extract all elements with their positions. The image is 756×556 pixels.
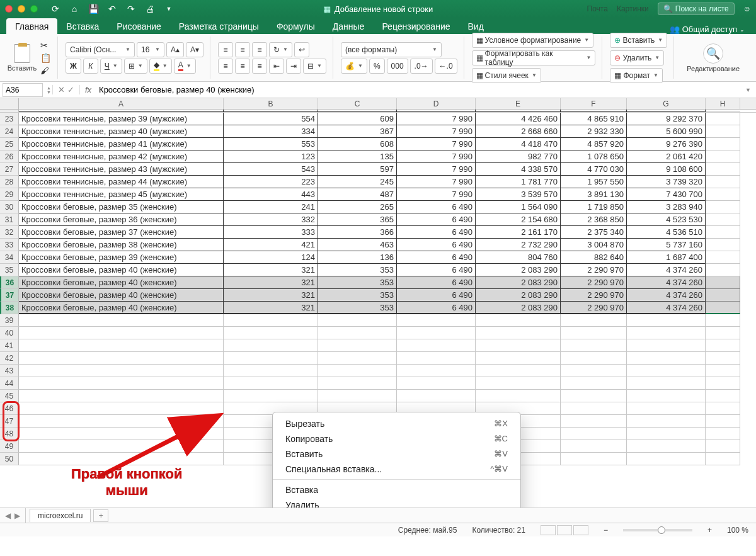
cell[interactable] [397,390,476,402]
cell[interactable] [318,390,397,402]
cell[interactable] [706,377,740,390]
cell[interactable]: 321 [224,302,318,314]
ribbon-tab-Вставка[interactable]: Вставка [57,18,108,34]
cell[interactable]: 443 [224,188,318,201]
fx-icon[interactable]: fx [80,85,96,94]
row-header[interactable]: 26 [0,150,19,163]
row-header[interactable]: 49 [0,440,19,453]
cell[interactable]: 554 [224,113,318,125]
ribbon-tab-Вид[interactable]: Вид [459,18,493,34]
row-header[interactable]: 27 [0,163,19,176]
cell[interactable] [706,276,740,289]
row-header[interactable]: 42 [0,352,19,365]
cell[interactable] [561,428,627,440]
cell[interactable]: 6 490 [397,213,476,226]
cell[interactable]: 2 668 660 [476,125,561,138]
cell[interactable]: 9 108 600 [627,163,706,176]
cell[interactable]: 804 760 [476,251,561,264]
cell[interactable]: 321 [224,264,318,276]
cell[interactable] [706,302,740,314]
row-header[interactable]: 40 [0,327,19,339]
cell[interactable]: Кроссовки беговые, размер 37 (женские) [19,226,224,239]
table-row[interactable]: Кроссовки беговые, размер 38 (женские)42… [19,239,756,251]
cell[interactable]: 2 154 680 [476,213,561,226]
cell[interactable]: 9 276 390 [627,138,706,150]
sheet-nav-first-icon[interactable]: ◀ [5,511,11,520]
align-bottom-icon[interactable]: ≡ [252,42,267,57]
cell[interactable]: 4 418 470 [476,138,561,150]
cell[interactable] [561,377,627,390]
conditional-formatting-button[interactable]: ▦Условное форматирование▼ [472,33,594,48]
cell[interactable] [19,440,224,453]
cell[interactable]: 6 490 [397,239,476,251]
print-icon[interactable]: 🖨 [142,3,158,15]
table-row[interactable]: Кроссовки теннисные, размер 43 (мужские)… [19,163,756,176]
cell[interactable] [706,440,740,453]
row-header[interactable]: 32 [0,226,19,239]
table-row[interactable]: Кроссовки теннисные, размер 44 (мужские)… [19,176,756,188]
align-top-icon[interactable]: ≡ [218,42,233,57]
qat-dropdown-icon[interactable]: ▼ [161,3,176,15]
cell[interactable]: 2 290 970 [561,276,627,289]
row-header[interactable]: 33 [0,239,19,251]
increase-decimal-icon[interactable]: .0→ [410,59,433,74]
table-row[interactable]: Кроссовки беговые, размер 40 (женские)32… [19,289,756,302]
row-header[interactable]: 38 [0,302,19,314]
cell[interactable] [318,314,397,327]
cell[interactable] [627,390,706,402]
table-row[interactable] [19,314,756,327]
row-header[interactable]: 36 [0,276,19,289]
cell[interactable]: 7 990 [397,163,476,176]
row-header[interactable]: 43 [0,365,19,377]
cell[interactable]: 334 [224,125,318,138]
cell[interactable] [627,402,706,415]
cell[interactable] [706,150,740,163]
cell[interactable]: 1 719 850 [561,201,627,213]
align-left-icon[interactable]: ≡ [218,59,233,74]
cell[interactable] [561,352,627,365]
cell[interactable] [706,415,740,428]
cell[interactable] [627,428,706,440]
cell[interactable]: 2 732 290 [476,239,561,251]
cell[interactable] [397,339,476,352]
row-header[interactable]: 23 [0,113,19,125]
cell[interactable]: 7 430 700 [627,188,706,201]
cell[interactable] [561,402,627,415]
row-header[interactable]: 44 [0,377,19,390]
ribbon-tab-Данные[interactable]: Данные [324,18,374,34]
cell[interactable]: Кроссовки теннисные, размер 42 (мужские) [19,150,224,163]
cell[interactable]: 4 374 260 [627,302,706,314]
cell[interactable] [706,365,740,377]
cell[interactable]: 2 161 170 [476,226,561,239]
cell[interactable] [627,440,706,453]
fill-color-button[interactable]: ◆▼ [149,59,172,74]
table-row[interactable]: Кроссовки беговые, размер 37 (женские)33… [19,226,756,239]
cell[interactable] [19,453,224,465]
cell[interactable]: 245 [318,176,397,188]
cell[interactable] [476,377,561,390]
cell[interactable]: Кроссовки беговые, размер 39 (женские) [19,251,224,264]
cell[interactable]: 2 290 970 [561,264,627,276]
cell[interactable]: 2 061 420 [627,150,706,163]
cell[interactable]: 4 374 260 [627,289,706,302]
ribbon-tab-Разметка страницы[interactable]: Разметка страницы [170,18,268,34]
cell[interactable] [397,314,476,327]
cell[interactable]: 4 374 260 [627,264,706,276]
cell[interactable]: 463 [318,239,397,251]
cell[interactable]: 6 490 [397,201,476,213]
cell[interactable]: 7 990 [397,176,476,188]
cell[interactable]: 124 [224,251,318,264]
align-middle-icon[interactable]: ≡ [235,42,250,57]
row-header[interactable]: 35 [0,264,19,276]
cell[interactable]: 2 083 290 [476,264,561,276]
table-row[interactable]: Кроссовки беговые, размер 39 (женские)12… [19,251,756,264]
cell[interactable] [397,365,476,377]
cell[interactable]: 353 [318,302,397,314]
spreadsheet-grid[interactable]: ABCDEFGH 2324252627282930313233343536373… [0,98,756,508]
cell[interactable] [706,239,740,251]
cell[interactable] [627,453,706,465]
table-row[interactable]: Кроссовки беговые, размер 40 (женские)32… [19,302,756,314]
table-row[interactable] [19,352,756,365]
cell[interactable] [224,327,318,339]
cell[interactable]: 123 [224,150,318,163]
